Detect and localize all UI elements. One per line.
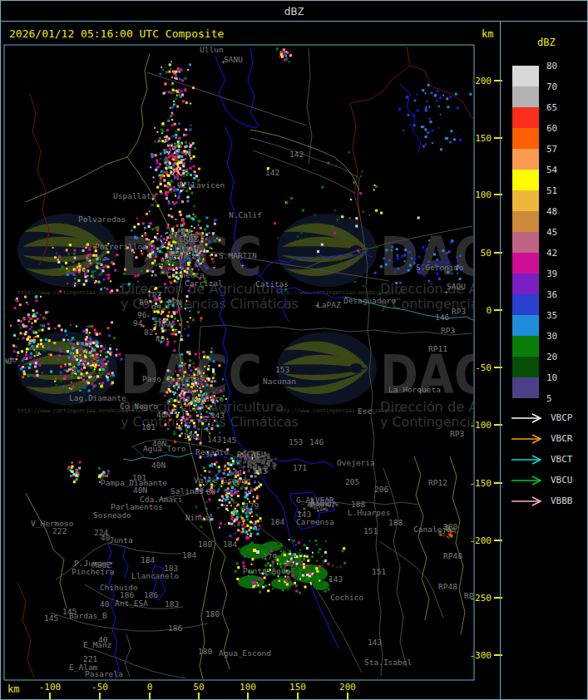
radar-echo-pixel — [180, 364, 182, 366]
radar-echo-pixel — [78, 271, 81, 274]
radar-echo-pixel — [163, 92, 166, 95]
radar-echo-pixel — [408, 269, 410, 272]
radar-echo-pixel — [204, 229, 206, 231]
radar-echo-pixel — [309, 564, 311, 566]
radar-echo-pixel — [149, 253, 151, 255]
radar-echo-pixel — [80, 371, 82, 372]
radar-echo-pixel — [243, 466, 245, 468]
radar-echo-pixel — [417, 94, 418, 96]
radar-echo-pixel — [395, 282, 398, 284]
map-label: RP12 — [428, 478, 447, 487]
radar-echo-pixel — [238, 548, 240, 550]
radar-echo-pixel — [149, 269, 151, 272]
radar-echo-pixel — [96, 333, 98, 336]
radar-echo-pixel — [149, 210, 151, 212]
radar-echo-pixel — [82, 364, 84, 366]
radar-echo-pixel — [55, 343, 57, 345]
radar-echo-pixel — [181, 200, 184, 203]
radar-echo-pixel — [200, 227, 202, 229]
radar-echo-pixel — [443, 259, 446, 261]
radar-echo-pixel — [175, 370, 176, 372]
radar-echo-pixel — [16, 299, 18, 302]
radar-echo-pixel — [106, 274, 107, 276]
radar-echo-pixel — [214, 463, 216, 466]
radar-echo-pixel — [437, 127, 439, 129]
radar-echo-pixel — [172, 333, 175, 335]
radar-echo-pixel — [434, 95, 437, 97]
y-tick-label: -150 — [470, 478, 492, 489]
radar-echo-pixel — [70, 324, 72, 326]
radar-echo-pixel — [74, 278, 76, 279]
map-label: 145 — [44, 614, 58, 623]
radar-echo-pixel — [286, 583, 289, 585]
radar-echo-pixel — [197, 437, 200, 440]
radar-echo-pixel — [96, 262, 99, 264]
radar-echo-pixel — [193, 155, 195, 158]
radar-echo-pixel — [35, 296, 37, 298]
radar-echo-pixel — [204, 265, 205, 267]
radar-echo-pixel — [336, 504, 338, 506]
y-tick-label: 0 — [486, 305, 492, 316]
scale-label: 20 — [546, 352, 571, 362]
radar-echo-pixel — [84, 356, 86, 358]
map-label: La Horqueta — [388, 385, 441, 394]
radar-echo-pixel — [186, 172, 189, 175]
radar-echo-pixel — [87, 333, 90, 336]
radar-echo-pixel — [327, 563, 329, 565]
radar-echo-pixel — [214, 420, 215, 421]
radar-echo-pixel — [20, 332, 22, 334]
radar-echo-pixel — [259, 591, 261, 594]
radar-echo-pixel — [273, 467, 275, 470]
radar-echo-pixel — [317, 250, 319, 253]
radar-echo-pixel — [180, 68, 182, 71]
radar-echo-pixel — [169, 155, 171, 157]
map-label: Potrerillos — [95, 242, 147, 251]
radar-echo-pixel — [168, 71, 170, 73]
map-label: L.Huarpes — [348, 508, 390, 517]
radar-echo-pixel — [203, 466, 205, 469]
radar-echo-pixel — [255, 459, 258, 461]
radar-echo-pixel — [106, 379, 109, 382]
radar-echo-pixel — [428, 239, 430, 241]
radar-echo-pixel — [173, 163, 175, 165]
radar-echo-pixel — [189, 415, 191, 417]
radar-echo-pixel — [64, 369, 66, 371]
map-label: 153 — [289, 437, 303, 446]
radar-echo-pixel — [84, 273, 86, 275]
radar-echo-pixel — [205, 416, 206, 417]
radar-echo-pixel — [211, 463, 213, 465]
radar-echo-pixel — [37, 318, 39, 320]
radar-echo-pixel — [241, 517, 244, 520]
map-label: 40 — [100, 599, 110, 609]
radar-echo-pixel — [326, 509, 329, 511]
radar-echo-pixel — [109, 348, 111, 350]
radar-echo-pixel — [189, 130, 190, 131]
radar-echo-pixel — [34, 333, 36, 334]
radar-echo-pixel — [171, 228, 174, 230]
radar-echo-pixel — [95, 270, 96, 272]
river-line — [248, 47, 259, 128]
radar-echo-pixel — [145, 260, 146, 262]
radar-echo-pixel — [195, 505, 198, 508]
road-line — [379, 541, 443, 618]
radar-echo-pixel — [200, 457, 201, 459]
radar-echo-pixel — [166, 315, 167, 317]
radar-echo-pixel — [189, 310, 190, 312]
radar-echo-pixel — [440, 148, 442, 150]
radar-echo-pixel — [265, 550, 267, 551]
radar-echo-pixel — [92, 254, 95, 257]
radar-echo-pixel — [298, 552, 300, 555]
radar-echo-pixel — [259, 517, 262, 520]
province-border — [407, 47, 497, 134]
radar-echo-pixel — [264, 544, 265, 545]
radar-echo-pixel — [246, 525, 249, 527]
radar-echo-pixel — [293, 540, 295, 542]
radar-echo-pixel — [169, 189, 171, 191]
radar-echo-pixel — [89, 344, 91, 346]
radar-echo-pixel — [180, 90, 183, 92]
map-label: Agua_Toro — [143, 444, 186, 453]
map-label: Desaguadero — [343, 296, 396, 305]
radar-echo-pixel — [240, 506, 242, 509]
radar-echo-pixel — [32, 341, 35, 343]
radar-echo-pixel — [142, 222, 145, 224]
